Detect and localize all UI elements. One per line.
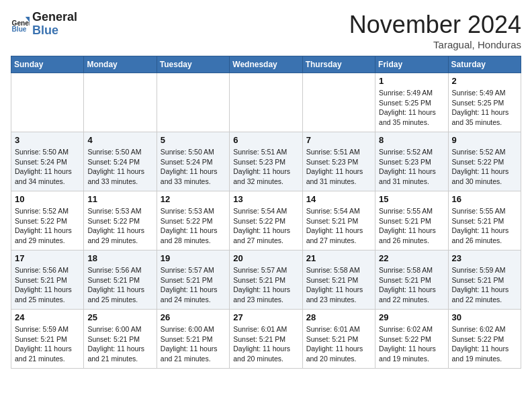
weekday-sunday: Sunday: [11, 56, 84, 73]
calendar-cell: [157, 73, 229, 132]
calendar-cell: 22Sunrise: 5:58 AM Sunset: 5:21 PM Dayli…: [375, 250, 448, 310]
day-info: Sunrise: 5:58 AM Sunset: 5:21 PM Dayligh…: [379, 265, 444, 305]
day-info: Sunrise: 5:55 AM Sunset: 5:21 PM Dayligh…: [452, 206, 517, 246]
weekday-header-row: SundayMondayTuesdayWednesdayThursdayFrid…: [11, 56, 521, 73]
week-row-2: 3Sunrise: 5:50 AM Sunset: 5:24 PM Daylig…: [11, 132, 521, 191]
calendar-cell: 17Sunrise: 5:56 AM Sunset: 5:21 PM Dayli…: [11, 250, 84, 310]
day-number: 23: [452, 253, 517, 263]
calendar-cell: 18Sunrise: 5:56 AM Sunset: 5:21 PM Dayli…: [84, 250, 157, 310]
day-info: Sunrise: 5:50 AM Sunset: 5:24 PM Dayligh…: [87, 147, 152, 187]
weekday-friday: Friday: [375, 56, 448, 73]
day-info: Sunrise: 5:56 AM Sunset: 5:21 PM Dayligh…: [15, 265, 80, 305]
week-row-3: 10Sunrise: 5:52 AM Sunset: 5:22 PM Dayli…: [11, 191, 521, 250]
day-info: Sunrise: 5:59 AM Sunset: 5:21 PM Dayligh…: [452, 265, 517, 305]
day-info: Sunrise: 6:00 AM Sunset: 5:21 PM Dayligh…: [161, 324, 226, 364]
day-number: 4: [87, 135, 152, 145]
calendar-cell: 21Sunrise: 5:58 AM Sunset: 5:21 PM Dayli…: [302, 250, 375, 310]
page-header: General Blue General Blue November 2024 …: [11, 11, 521, 50]
day-number: 20: [233, 253, 298, 263]
calendar-cell: 19Sunrise: 5:57 AM Sunset: 5:21 PM Dayli…: [157, 250, 229, 310]
day-number: 7: [306, 135, 371, 145]
day-number: 25: [87, 312, 152, 322]
day-number: 16: [452, 194, 517, 204]
calendar-cell: 26Sunrise: 6:00 AM Sunset: 5:21 PM Dayli…: [157, 310, 229, 369]
day-number: 9: [452, 135, 517, 145]
calendar-cell: [84, 73, 157, 132]
day-info: Sunrise: 5:52 AM Sunset: 5:22 PM Dayligh…: [452, 147, 517, 187]
day-info: Sunrise: 5:54 AM Sunset: 5:22 PM Dayligh…: [233, 206, 298, 246]
day-info: Sunrise: 5:53 AM Sunset: 5:22 PM Dayligh…: [87, 206, 152, 246]
title-block: November 2024 Taragual, Honduras: [349, 11, 521, 50]
logo-icon: General Blue: [11, 15, 30, 34]
day-info: Sunrise: 5:50 AM Sunset: 5:24 PM Dayligh…: [15, 147, 80, 187]
day-number: 26: [161, 312, 226, 322]
day-info: Sunrise: 5:52 AM Sunset: 5:22 PM Dayligh…: [15, 206, 80, 246]
day-number: 12: [161, 194, 226, 204]
month-title: November 2024: [349, 11, 521, 39]
week-row-1: 1Sunrise: 5:49 AM Sunset: 5:25 PM Daylig…: [11, 73, 521, 132]
calendar-cell: 28Sunrise: 6:01 AM Sunset: 5:21 PM Dayli…: [302, 310, 375, 369]
calendar-cell: [11, 73, 84, 132]
day-number: 15: [379, 194, 444, 204]
weekday-tuesday: Tuesday: [157, 56, 229, 73]
logo-line1: General: [32, 11, 77, 24]
day-info: Sunrise: 5:51 AM Sunset: 5:23 PM Dayligh…: [306, 147, 371, 187]
logo-line2: Blue: [32, 24, 77, 38]
day-number: 3: [15, 135, 80, 145]
day-number: 29: [379, 312, 444, 322]
weekday-saturday: Saturday: [448, 56, 521, 73]
day-number: 11: [87, 194, 152, 204]
day-number: 6: [233, 135, 298, 145]
calendar-cell: 30Sunrise: 6:02 AM Sunset: 5:22 PM Dayli…: [448, 310, 521, 369]
calendar-cell: 12Sunrise: 5:53 AM Sunset: 5:22 PM Dayli…: [157, 191, 229, 250]
calendar-cell: 8Sunrise: 5:52 AM Sunset: 5:23 PM Daylig…: [375, 132, 448, 191]
day-number: 13: [233, 194, 298, 204]
calendar-cell: 5Sunrise: 5:50 AM Sunset: 5:24 PM Daylig…: [157, 132, 229, 191]
calendar-cell: 4Sunrise: 5:50 AM Sunset: 5:24 PM Daylig…: [84, 132, 157, 191]
calendar: SundayMondayTuesdayWednesdayThursdayFrid…: [11, 56, 521, 369]
calendar-cell: 7Sunrise: 5:51 AM Sunset: 5:23 PM Daylig…: [302, 132, 375, 191]
day-number: 24: [15, 312, 80, 322]
day-info: Sunrise: 5:49 AM Sunset: 5:25 PM Dayligh…: [379, 88, 444, 128]
day-info: Sunrise: 5:59 AM Sunset: 5:21 PM Dayligh…: [15, 324, 80, 364]
location: Taragual, Honduras: [349, 39, 521, 50]
svg-text:Blue: Blue: [12, 26, 27, 33]
day-number: 30: [452, 312, 517, 322]
calendar-cell: 25Sunrise: 6:00 AM Sunset: 5:21 PM Dayli…: [84, 310, 157, 369]
calendar-cell: 24Sunrise: 5:59 AM Sunset: 5:21 PM Dayli…: [11, 310, 84, 369]
calendar-cell: 6Sunrise: 5:51 AM Sunset: 5:23 PM Daylig…: [230, 132, 302, 191]
day-info: Sunrise: 6:02 AM Sunset: 5:22 PM Dayligh…: [379, 324, 444, 364]
day-number: 2: [452, 76, 517, 86]
calendar-cell: 15Sunrise: 5:55 AM Sunset: 5:21 PM Dayli…: [375, 191, 448, 250]
week-row-5: 24Sunrise: 5:59 AM Sunset: 5:21 PM Dayli…: [11, 310, 521, 369]
day-info: Sunrise: 6:01 AM Sunset: 5:21 PM Dayligh…: [306, 324, 371, 364]
calendar-cell: 16Sunrise: 5:55 AM Sunset: 5:21 PM Dayli…: [448, 191, 521, 250]
day-number: 22: [379, 253, 444, 263]
day-info: Sunrise: 5:52 AM Sunset: 5:23 PM Dayligh…: [379, 147, 444, 187]
day-info: Sunrise: 5:54 AM Sunset: 5:21 PM Dayligh…: [306, 206, 371, 246]
weekday-thursday: Thursday: [302, 56, 375, 73]
day-info: Sunrise: 5:50 AM Sunset: 5:24 PM Dayligh…: [161, 147, 226, 187]
calendar-cell: 20Sunrise: 5:57 AM Sunset: 5:21 PM Dayli…: [230, 250, 302, 310]
logo: General Blue General Blue: [11, 11, 77, 38]
day-number: 10: [15, 194, 80, 204]
day-info: Sunrise: 5:57 AM Sunset: 5:21 PM Dayligh…: [161, 265, 226, 305]
day-number: 19: [161, 253, 226, 263]
day-info: Sunrise: 5:49 AM Sunset: 5:25 PM Dayligh…: [452, 88, 517, 128]
day-number: 18: [87, 253, 152, 263]
calendar-cell: [230, 73, 302, 132]
day-info: Sunrise: 6:02 AM Sunset: 5:22 PM Dayligh…: [452, 324, 517, 364]
day-info: Sunrise: 5:55 AM Sunset: 5:21 PM Dayligh…: [379, 206, 444, 246]
weekday-monday: Monday: [84, 56, 157, 73]
calendar-cell: 3Sunrise: 5:50 AM Sunset: 5:24 PM Daylig…: [11, 132, 84, 191]
day-number: 5: [161, 135, 226, 145]
day-number: 21: [306, 253, 371, 263]
day-info: Sunrise: 5:58 AM Sunset: 5:21 PM Dayligh…: [306, 265, 371, 305]
calendar-cell: 27Sunrise: 6:01 AM Sunset: 5:21 PM Dayli…: [230, 310, 302, 369]
weekday-wednesday: Wednesday: [230, 56, 302, 73]
calendar-cell: 29Sunrise: 6:02 AM Sunset: 5:22 PM Dayli…: [375, 310, 448, 369]
day-number: 14: [306, 194, 371, 204]
day-number: 1: [379, 76, 444, 86]
logo-text: General Blue: [32, 11, 77, 38]
calendar-body: 1Sunrise: 5:49 AM Sunset: 5:25 PM Daylig…: [11, 73, 521, 369]
